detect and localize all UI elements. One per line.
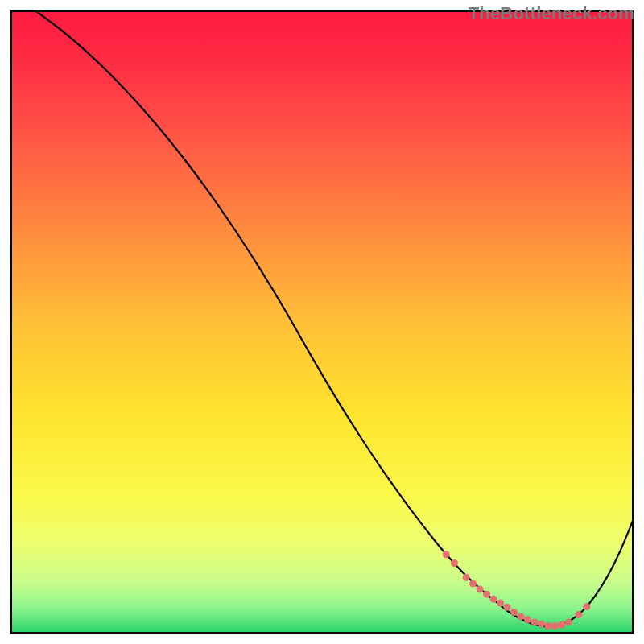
highlight-dot [443, 551, 450, 558]
chart-stage: TheBottleneck.com [0, 0, 644, 644]
highlight-dot [538, 621, 545, 628]
bottleneck-chart [0, 0, 644, 644]
highlight-dot [510, 609, 518, 616]
highlight-dot [551, 622, 559, 630]
watermark-text: TheBottleneck.com [469, 3, 634, 24]
highlight-dot [483, 591, 490, 598]
highlight-dot [545, 622, 552, 630]
highlight-dot [469, 580, 477, 588]
highlight-dot [463, 574, 470, 581]
highlight-dot [504, 604, 511, 611]
highlight-dot [497, 599, 504, 606]
highlight-dot [490, 596, 497, 603]
highlight-dot [518, 613, 525, 620]
highlight-dot [565, 618, 572, 625]
highlight-dot [583, 603, 590, 610]
gradient-background [11, 11, 633, 633]
highlight-dot [451, 559, 458, 567]
highlight-dot [524, 616, 531, 623]
highlight-dot [477, 585, 484, 592]
highlight-dot [558, 621, 565, 628]
highlight-dot [575, 611, 582, 618]
highlight-dot [531, 618, 539, 625]
